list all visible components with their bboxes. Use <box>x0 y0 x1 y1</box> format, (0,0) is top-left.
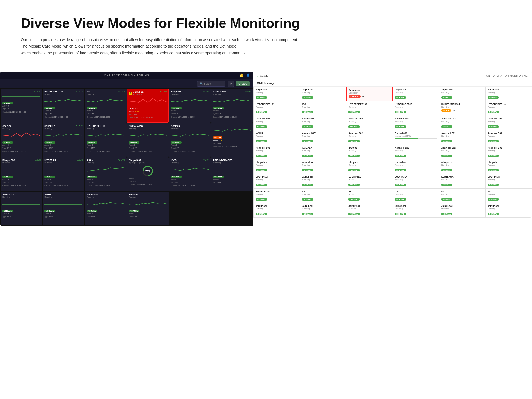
dot-card[interactable]: Jaipur-sol Running NORMAL <box>486 203 532 217</box>
dot-card[interactable]: HYDERABED1... Running NORMAL <box>486 101 532 116</box>
dot-card[interactable]: Aasn sol 002 Running NORMAL <box>300 116 346 130</box>
card-name: AMDE <box>44 193 52 196</box>
dot-card[interactable]: IDC Running NORMAL <box>393 189 439 203</box>
cnf-card[interactable]: HYDERABED101 Running NORMAL Alarm 0 Type… <box>85 123 126 157</box>
card-name: IDC <box>87 90 94 93</box>
dot-card[interactable]: Asan sol 002 Running NORMAL <box>346 130 393 145</box>
dot-card[interactable]: Bhopal 002 Inprogress (55%) <box>393 130 439 145</box>
dot-card[interactable]: HYDERABED101 Running NORMAL <box>393 101 439 116</box>
dot-card[interactable]: HYDERABED101 Running NORMAL <box>346 101 393 116</box>
dot-card[interactable]: Asan sol 202 Running NORMAL <box>439 145 486 159</box>
dot-card[interactable]: IDC 032 Running NORMAL <box>346 145 393 159</box>
dot-card-name: AMBALA 244 <box>256 190 298 193</box>
dot-card[interactable]: Aasn sol 002 Running NORMAL <box>439 116 486 130</box>
refresh-button[interactable]: ↻ <box>228 81 234 87</box>
dot-card[interactable]: Asan sol 202 Running NORMAL <box>254 145 300 159</box>
dot-card[interactable]: IDC Running NORMAL <box>346 189 393 203</box>
dot-card[interactable]: Jaipur-sol Running NORMAL <box>300 87 346 101</box>
card-name: BHOPAL <box>129 193 138 196</box>
status-badge: NORMAL <box>87 107 97 109</box>
dot-card[interactable]: IDC Running NORMAL <box>486 189 532 203</box>
card-name: AMBALA 244 <box>129 125 143 127</box>
cnf-card[interactable]: MAJOR Alarm 11 8 Type SMF Created 12/31/… <box>211 123 253 157</box>
cnf-card[interactable]: AMBALA 244 Running NORMAL Alarm 0 Type S… <box>127 123 169 157</box>
dot-card[interactable]: Asan sol 001 Running NORMAL <box>486 130 532 145</box>
dot-card[interactable]: Jaipur-sol Running NORMAL <box>254 203 300 217</box>
dot-card-status: Running <box>302 91 344 94</box>
dot-card[interactable]: Jaipur-sol Running NORMAL <box>254 87 300 101</box>
dot-card-status: Running <box>348 120 390 123</box>
dot-card[interactable]: Jaipur-sol Running NORMAL <box>393 87 439 101</box>
dot-card[interactable]: LUDHIANA Running NORMAL <box>346 174 393 188</box>
cnf-card[interactable]: Bhopal 002 Running +0.18% NORMAL Alarm 0… <box>169 89 211 123</box>
dot-card[interactable]: IDC Running NORMAL <box>439 189 486 203</box>
dot-card[interactable]: Jaipur-sol Running NORMAL <box>439 203 486 217</box>
dot-card[interactable]: HYDERABED101 Running MAJOR19 <box>439 101 486 116</box>
cnf-card[interactable]: HYDERABED101 Running -0.00% NORMAL Alarm… <box>43 89 84 123</box>
dot-card[interactable]: Jaipur-sol Running NORMAL <box>486 87 532 101</box>
dot-card[interactable]: Bhopal 01 Running NORMAL <box>439 159 486 174</box>
dot-card[interactable]: Aasn sol 002 Running NORMAL <box>393 116 439 130</box>
dot-card-name: Asan sol 202 <box>488 147 530 149</box>
cnf-card[interactable]: Jaipur sol Running NORMAL Alarm 0 Type S… <box>85 192 126 225</box>
dot-card[interactable]: LUDHIANA Running NORMAL <box>439 174 486 188</box>
create-button[interactable]: Create <box>236 81 250 86</box>
cnf-card[interactable]: Serisuri A Running +0.30% NORMAL Alarm 0… <box>43 123 84 157</box>
cnf-card[interactable]: Asan sol 002 Running -0.00% NORMAL Alarm… <box>211 89 253 123</box>
dot-card[interactable]: AMBALA Running NORMAL <box>300 145 346 159</box>
dot-badge: NORMAL <box>441 140 453 142</box>
cnf-card[interactable]: Aceman Running NORMAL Alarm 0 Type SMF C… <box>169 123 211 157</box>
dot-card[interactable]: LUDHIANA Running NORMAL <box>393 174 439 188</box>
cnf-card[interactable]: IDCD Running +0.20% NORMAL Alarm 0 Type … <box>169 157 211 191</box>
dot-card[interactable]: LUDHIANA Running NORMAL <box>254 174 300 188</box>
dot-card-status: Running <box>302 178 344 181</box>
cnf-card[interactable]: ASAN Running +9.04% NORMAL Alarm 0 Type … <box>85 157 126 191</box>
dot-card[interactable]: Aasn sol 002 Running NORMAL <box>346 116 393 130</box>
dot-card-status: Running <box>302 164 344 166</box>
dot-card[interactable]: Asan sol 001 Running NORMAL <box>439 130 486 145</box>
dot-card[interactable]: Jaipur-sol Running NORMAL <box>439 87 486 101</box>
card-meta: Type SMF <box>87 181 124 184</box>
dot-card[interactable]: IDC Running NORMAL <box>300 101 346 116</box>
cnf-card[interactable]: Bhopal 002 Inprogress (48%) 75% Alarm 0 … <box>127 157 169 191</box>
dot-card[interactable]: Bhopal 01 Running NORMAL <box>346 159 393 174</box>
dot-card[interactable]: Aasn sol 002 Running NORMAL <box>254 116 300 130</box>
dot-badge: NORMAL <box>395 96 406 99</box>
dot-card[interactable]: Jaipur-sol Running NORMAL <box>346 203 393 217</box>
search-box[interactable]: 🔍 Search <box>197 81 225 87</box>
bell-icon[interactable]: 🔔 <box>239 73 244 77</box>
dot-card[interactable]: Jaipur sol Running NORMAL <box>300 174 346 188</box>
cnf-card[interactable]: IDC Running -0.00% NORMAL Alarm 0 Type S… <box>85 89 126 123</box>
dot-card[interactable]: Jaipur-sol Exception CRITICAL22 <box>346 87 393 101</box>
dot-card[interactable]: AMBALA 244 Running NORMAL <box>254 189 300 203</box>
dot-badge: NORMAL <box>302 125 313 128</box>
dot-card[interactable]: Bhopal 01 Running NORMAL <box>486 159 532 174</box>
cnf-card[interactable]: -0.00% NORMAL Alarm 0 Type SMF Created 1… <box>1 89 42 123</box>
dot-card[interactable]: Bhopal 01 Running NORMAL <box>393 159 439 174</box>
dot-card[interactable]: Aasn sol 002 Running NORMAL <box>486 116 532 130</box>
cnf-card[interactable]: Asan-sol Running NORMAL Alarm 0 Type SMF… <box>1 123 42 157</box>
cnf-card[interactable]: PREHYDERABED Running NORMAL Alarm 0 Type… <box>211 157 253 191</box>
cnf-card[interactable]: Bhopal 002 Running -0.00% NORMAL Alarm 0… <box>1 157 42 191</box>
dot-card[interactable]: Asan sol 202 Running NORMAL <box>393 145 439 159</box>
dot-badge: CRITICAL <box>349 95 361 98</box>
dot-card[interactable]: NODIA Running NORMAL <box>254 130 300 145</box>
cnf-card[interactable]: AMDE Running NORMAL Alarm 0 Type SMF <box>43 192 84 225</box>
dot-card[interactable]: Asan sol 202 Running NORMAL <box>486 145 532 159</box>
dot-card[interactable]: Jaipur-sol Running NORMAL <box>300 203 346 217</box>
dot-card[interactable]: Bhopal 01 Running NORMAL <box>300 159 346 174</box>
card-status: Running <box>87 93 94 95</box>
dot-card[interactable]: LUDHIANA Running NORMAL <box>486 174 532 188</box>
cnf-card[interactable]: HYDERAR Running -0.00% NORMAL Alarm 0 Ty… <box>43 157 84 191</box>
dot-card[interactable]: Asan sol 001 Running NORMAL <box>300 130 346 145</box>
cnf-card[interactable]: BHOPAL Running NORMAL Alarm 0 Type SMF <box>127 192 169 225</box>
dot-card[interactable]: Bhopal 01 Running NORMAL <box>254 159 300 174</box>
dot-card[interactable]: IDC Running NORMAL <box>300 189 346 203</box>
dot-card[interactable]: HYDERABED101 Running NORMAL <box>254 101 300 116</box>
cnf-card[interactable]: ⚠ Jaipur-01 Exception +3.07% CRITICAL Al… <box>127 89 169 123</box>
dot-badge: NORMAL <box>256 96 267 99</box>
user-icon[interactable]: 👤 <box>246 73 250 77</box>
dot-card[interactable]: Jaipur-sol Running NORMAL <box>393 203 439 217</box>
cnf-card[interactable]: AMBALA1 Running NORMAL Alarm 0 Type SMF <box>1 192 42 225</box>
search-icon: 🔍 <box>200 82 203 85</box>
